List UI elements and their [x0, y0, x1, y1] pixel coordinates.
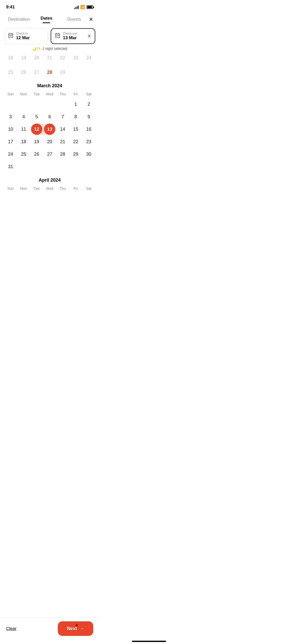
cal-day-16[interactable]: 16 — [82, 123, 95, 136]
cal-day-24[interactable]: 24 — [4, 148, 17, 160]
cal-day-30[interactable]: 30 — [82, 148, 95, 160]
cal-empty — [17, 160, 30, 173]
prev-day-23: 23 — [69, 52, 82, 64]
tab-dates[interactable]: Dates — [33, 15, 60, 24]
cal-day-21[interactable]: 21 — [56, 136, 69, 148]
cal-day-15[interactable]: 15 — [69, 123, 82, 136]
checkout-box[interactable]: Check out 13 Mar ✕ — [51, 28, 95, 44]
prev-day-empty-2 — [82, 66, 95, 79]
april-day-header-mon: Mon — [17, 185, 30, 192]
april-day-header-wed: Wed — [43, 185, 56, 192]
april-header: April 2024 — [4, 178, 95, 183]
prev-day-27: 27 — [30, 66, 43, 79]
svg-point-4 — [10, 36, 10, 36]
cal-empty — [69, 160, 82, 173]
day-header-thu: Thu — [56, 91, 69, 97]
checkout-text: Check out 13 Mar — [63, 32, 85, 40]
checkout-clear-button[interactable]: ✕ — [87, 33, 91, 39]
cal-empty — [30, 98, 43, 111]
cal-day-4[interactable]: 4 — [17, 111, 30, 123]
cal-day-19[interactable]: 19 — [30, 136, 43, 148]
day-header-mon: Mon — [17, 91, 30, 97]
cal-day-10[interactable]: 10 — [4, 123, 17, 136]
cal-day-26[interactable]: 26 — [30, 148, 43, 160]
cal-day-20[interactable]: 20 — [43, 136, 56, 148]
cal-day-31[interactable]: 31 — [4, 160, 17, 173]
svg-rect-0 — [9, 34, 13, 38]
checkin-label: Check in — [16, 32, 44, 35]
prev-day-18: 18 — [4, 52, 17, 64]
checkin-box[interactable]: Check in 12 Mar — [4, 28, 48, 44]
cal-day-27[interactable]: 27 — [43, 148, 56, 160]
prev-day-empty-1 — [69, 66, 82, 79]
cal-day-7[interactable]: 7 — [56, 111, 69, 123]
svg-point-10 — [57, 36, 57, 36]
status-time: 9:41 — [6, 5, 15, 10]
cal-day-17[interactable]: 17 — [4, 136, 17, 148]
svg-point-5 — [11, 36, 12, 36]
cal-day-25[interactable]: 25 — [17, 148, 30, 160]
cal-day-28[interactable]: 28 — [56, 148, 69, 160]
cal-day-18[interactable]: 18 — [17, 136, 30, 148]
prev-day-26: 26 — [17, 66, 30, 79]
march-day-headers: Sun Mon Tue Wed Thu Fri Sat — [4, 91, 95, 97]
cal-empty — [43, 98, 56, 111]
checkout-calendar-icon — [55, 33, 60, 39]
cal-day-9[interactable]: 9 — [82, 111, 95, 123]
prev-month-week1: 18 19 20 21 22 23 24 — [4, 52, 95, 64]
prev-month-week2: 25 26 27 28 29 — [4, 66, 95, 79]
march-calendar-grid: 1 2 3 4 5 6 7 8 9 10 11 12 13 14 15 16 — [4, 98, 95, 173]
status-icons: 📶 — [74, 5, 93, 9]
april-day-headers: Sun Mon Tue Wed Thu Fri Sat — [4, 185, 95, 192]
cal-day-29[interactable]: 29 — [69, 148, 82, 160]
tab-destination[interactable]: Destination — [5, 16, 33, 23]
cal-empty — [56, 160, 69, 173]
day-header-fri: Fri — [69, 91, 82, 97]
svg-rect-6 — [56, 34, 60, 38]
march-header: March 2024 — [4, 83, 95, 89]
prev-day-29: 29 — [56, 66, 69, 79]
cal-day-23[interactable]: 23 — [82, 136, 95, 148]
cal-day-12-selected[interactable]: 12 — [30, 123, 43, 136]
prev-day-22: 22 — [56, 52, 69, 64]
prev-day-19: 19 — [17, 52, 30, 64]
cal-day-13-selected[interactable]: 13 — [43, 123, 56, 136]
prev-day-20: 20 — [30, 52, 43, 64]
cal-empty — [56, 98, 69, 111]
signal-icon — [74, 5, 79, 9]
cal-day-8[interactable]: 8 — [69, 111, 82, 123]
day-header-sat: Sat — [82, 91, 95, 97]
cal-empty — [30, 160, 43, 173]
cal-empty — [43, 160, 56, 173]
checkin-date: 12 Mar — [16, 35, 30, 40]
cal-day-22[interactable]: 22 — [69, 136, 82, 148]
cal-day-6[interactable]: 6 — [43, 111, 56, 123]
status-bar: 9:41 📶 — [0, 0, 99, 13]
tab-guests[interactable]: Guests — [60, 16, 88, 23]
cal-day-1[interactable]: 1 — [69, 98, 82, 111]
calendar-scroll: 18 19 20 21 22 23 24 25 26 27 28 29 Marc… — [0, 52, 99, 223]
night-info: 🌙✨ 1 night selected — [0, 44, 99, 52]
svg-point-11 — [58, 36, 59, 36]
wifi-icon: 📶 — [80, 5, 85, 9]
date-selector-row: Check in 12 Mar Check out 13 Mar ✕ — [0, 24, 99, 44]
cal-day-11[interactable]: 11 — [17, 123, 30, 136]
cal-empty — [17, 98, 30, 111]
battery-icon — [87, 5, 93, 9]
april-day-header-thu: Thu — [56, 185, 69, 192]
checkin-text: Check in 12 Mar — [16, 32, 44, 40]
nav-tabs: Destination Dates Guests ✕ — [0, 13, 99, 24]
day-header-wed: Wed — [43, 91, 56, 97]
cal-empty — [4, 98, 17, 111]
close-button[interactable]: ✕ — [88, 15, 94, 23]
cal-day-5[interactable]: 5 — [30, 111, 43, 123]
day-header-tue: Tue — [30, 91, 43, 97]
april-spacer — [4, 193, 95, 223]
prev-day-21: 21 — [43, 52, 56, 64]
checkin-calendar-icon — [8, 33, 13, 39]
checkout-label: Check out — [63, 32, 85, 35]
cal-day-14[interactable]: 14 — [56, 123, 69, 136]
night-count-label: 1 night selected — [42, 47, 67, 51]
cal-day-2[interactable]: 2 — [82, 98, 95, 111]
cal-day-3[interactable]: 3 — [4, 111, 17, 123]
